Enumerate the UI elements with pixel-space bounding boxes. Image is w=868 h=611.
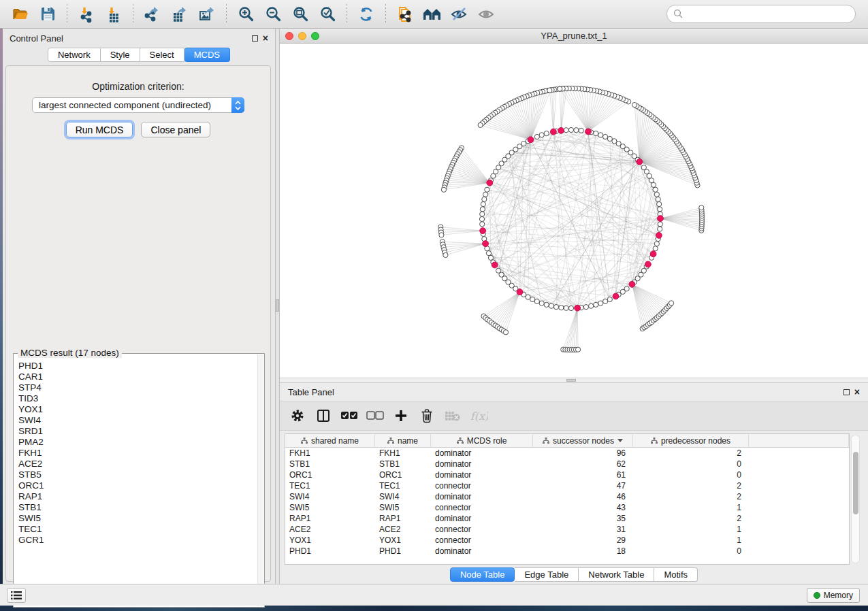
table-cell[interactable]: TEC1	[285, 480, 375, 491]
network-canvas[interactable]	[280, 44, 868, 377]
zoom-fit-content-icon[interactable]	[289, 3, 312, 26]
table-cell[interactable]: SWI4	[375, 491, 431, 502]
table-cell[interactable]: 1	[633, 502, 749, 513]
table-cell[interactable]: RAP1	[285, 513, 375, 524]
table-cell[interactable]: 2	[633, 513, 749, 524]
table-cell[interactable]: ORC1	[375, 469, 431, 480]
network-node[interactable]	[485, 187, 489, 192]
table-cell[interactable]: 0	[633, 546, 749, 557]
dominator-node[interactable]	[650, 251, 656, 257]
apply-preferred-layout-icon[interactable]	[355, 3, 378, 26]
select-all-columns-icon[interactable]	[340, 406, 359, 425]
table-cell[interactable]: dominator	[431, 448, 533, 459]
table-cell[interactable]: YOX1	[375, 535, 431, 546]
zoom-out-icon[interactable]	[261, 3, 285, 26]
network-node[interactable]	[607, 136, 612, 141]
network-node[interactable]	[482, 197, 487, 201]
mcds-result-item[interactable]: SWI4	[18, 415, 257, 426]
table-cell[interactable]: 31	[533, 524, 633, 535]
network-node[interactable]	[653, 187, 658, 192]
table-row[interactable]: YOX1YOX1connector291	[285, 535, 849, 546]
network-node[interactable]	[583, 305, 588, 310]
export-table-icon[interactable]	[168, 3, 191, 26]
network-node[interactable]	[699, 205, 704, 210]
network-node[interactable]	[539, 133, 544, 137]
network-node[interactable]	[624, 286, 629, 291]
close-table-panel-icon[interactable]: ×	[854, 389, 860, 395]
close-panel-icon[interactable]: ×	[263, 35, 268, 42]
network-node[interactable]	[603, 134, 608, 139]
open-file-icon[interactable]	[9, 3, 32, 26]
table-cell[interactable]: 0	[633, 469, 749, 480]
table-cell[interactable]: 18	[533, 546, 633, 557]
dominator-node[interactable]	[585, 129, 592, 135]
optimization-criterion-select[interactable]: largest connected component (undirected)	[32, 97, 244, 113]
table-cell[interactable]: 61	[533, 469, 633, 480]
dominator-node[interactable]	[645, 261, 651, 267]
table-row[interactable]: PHD1PHD1dominator180	[285, 546, 849, 557]
mcds-result-item[interactable]: STB1	[18, 502, 257, 513]
network-node[interactable]	[575, 347, 580, 352]
tab-motifs[interactable]: Motifs	[654, 567, 698, 582]
table-cell[interactable]: 46	[533, 491, 633, 502]
export-network-icon[interactable]	[141, 3, 164, 26]
dominator-node[interactable]	[492, 262, 498, 268]
import-network-from-file-icon[interactable]	[75, 3, 98, 26]
run-mcds-button[interactable]: Run MCDS	[66, 122, 133, 137]
tab-style[interactable]: Style	[101, 48, 140, 62]
table-cell[interactable]: STB1	[375, 459, 431, 469]
table-cell[interactable]: 35	[533, 513, 633, 524]
table-row[interactable]: ACE2ACE2connector311	[285, 524, 849, 535]
mcds-result-item[interactable]: SWI5	[18, 513, 257, 524]
task-history-button[interactable]	[7, 588, 26, 603]
hide-selected-icon[interactable]	[448, 3, 471, 26]
network-node[interactable]	[574, 128, 579, 133]
network-node[interactable]	[589, 303, 594, 308]
network-node[interactable]	[653, 246, 658, 251]
mcds-result-item[interactable]: RAP1	[18, 491, 257, 502]
network-node[interactable]	[480, 212, 485, 216]
table-cell[interactable]: PHD1	[375, 546, 431, 557]
column-header-MCDS-role[interactable]: MCDS role	[431, 434, 533, 448]
tab-edge-table[interactable]: Edge Table	[515, 567, 579, 582]
network-node[interactable]	[658, 207, 662, 212]
memory-button[interactable]: Memory	[807, 588, 860, 603]
network-node[interactable]	[439, 233, 444, 237]
network-snapshot-icon[interactable]	[393, 3, 417, 26]
table-row[interactable]: RAP1RAP1dominator352	[285, 513, 849, 524]
network-node[interactable]	[547, 88, 552, 93]
table-cell[interactable]: 2	[633, 491, 749, 502]
dominator-node[interactable]	[613, 293, 619, 299]
table-cell[interactable]: ACE2	[285, 524, 375, 535]
table-row[interactable]: ORC1ORC1dominator610	[285, 469, 849, 480]
save-session-icon[interactable]	[36, 3, 59, 26]
tab-node-table[interactable]: Node Table	[450, 567, 515, 582]
network-node[interactable]	[479, 216, 484, 221]
table-cell[interactable]: dominator	[431, 459, 533, 469]
mcds-result-item[interactable]: TID3	[18, 393, 257, 404]
tab-mcds[interactable]: MCDS	[184, 48, 230, 62]
dominator-node[interactable]	[575, 305, 581, 311]
table-row[interactable]: SWI5SWI5connector431	[285, 502, 849, 513]
window-minimize-icon[interactable]	[298, 32, 306, 40]
mcds-result-list[interactable]: PHD1CAR1STP4TID3YOX1SWI4SRD1PMA2FKH1ACE2…	[18, 361, 257, 606]
network-node[interactable]	[641, 165, 646, 170]
network-node[interactable]	[534, 134, 539, 139]
network-node[interactable]	[544, 131, 549, 136]
network-window-titlebar[interactable]: YPA_prune.txt_1	[280, 29, 868, 44]
dominator-node[interactable]	[656, 232, 662, 238]
table-scrollbar-thumb[interactable]	[853, 452, 858, 514]
mcds-result-item[interactable]: STB5	[18, 469, 257, 480]
import-table-from-file-icon[interactable]	[102, 3, 125, 26]
float-table-panel-icon[interactable]	[843, 389, 850, 395]
table-row[interactable]: SWI4SWI4dominator462	[285, 491, 849, 502]
mcds-result-item[interactable]: CAR1	[18, 371, 257, 382]
column-header-name[interactable]: name	[375, 434, 431, 448]
table-cell[interactable]: SWI4	[285, 491, 375, 502]
table-cell[interactable]: 1	[633, 524, 749, 535]
table-cell[interactable]: dominator	[431, 491, 533, 502]
network-node[interactable]	[549, 303, 553, 308]
table-cell[interactable]: STB1	[285, 459, 375, 469]
network-node[interactable]	[594, 302, 598, 307]
mcds-result-item[interactable]: STP4	[18, 382, 257, 393]
